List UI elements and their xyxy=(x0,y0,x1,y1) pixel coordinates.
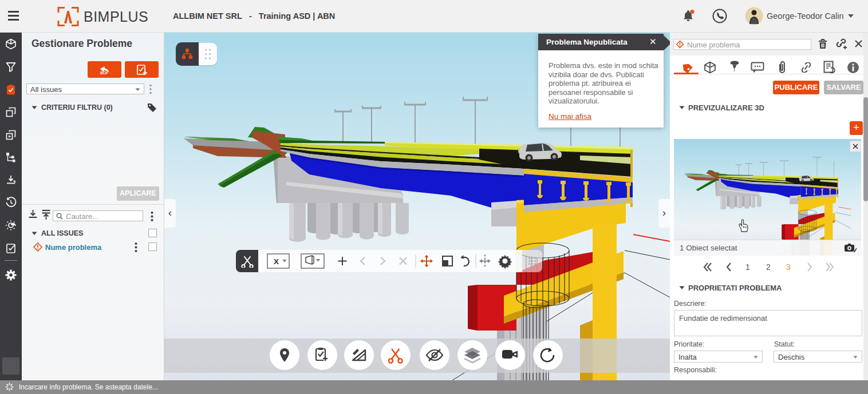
svg-text:X: X xyxy=(274,257,279,266)
svg-text:BCF: BCF xyxy=(100,71,108,75)
